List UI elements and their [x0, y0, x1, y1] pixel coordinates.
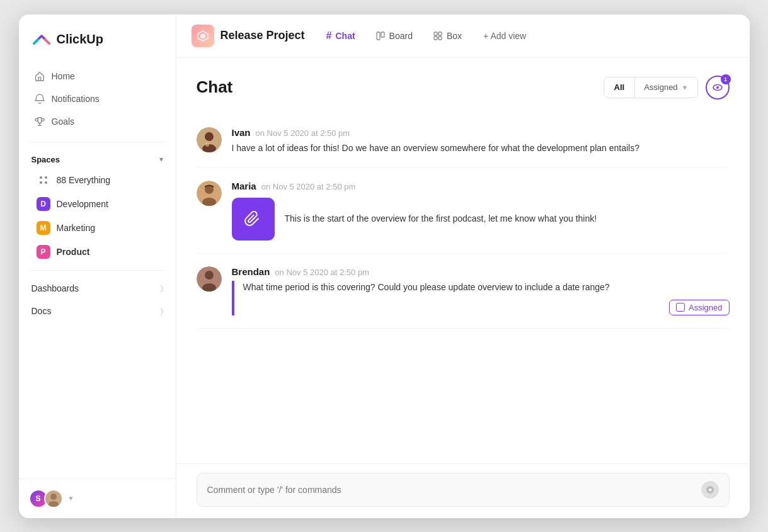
logo: ClickUp	[19, 14, 176, 62]
svg-rect-8	[377, 32, 380, 40]
avatar-brendan	[197, 266, 222, 291]
message-ivan-time: on Nov 5 2020 at 2:50 pm	[256, 128, 350, 138]
spaces-label: Spaces	[32, 155, 60, 164]
filter-assigned-label: Assigned	[644, 82, 677, 92]
dashboards-label: Dashboards	[32, 283, 79, 293]
svg-rect-9	[381, 32, 384, 37]
sidebar-item-everything[interactable]: 88 Everything	[24, 168, 171, 192]
everything-count: 88	[57, 175, 67, 185]
tab-chat[interactable]: # Chat	[318, 26, 364, 45]
comment-input[interactable]	[207, 485, 696, 495]
svg-point-15	[716, 86, 719, 89]
message-maria-body: Maria on Nov 5 2020 at 2:50 pm This is t…	[232, 181, 730, 241]
sidebar-item-dashboards[interactable]: Dashboards 〉	[19, 277, 176, 300]
message-brendan-text: What time period is this covering? Could…	[243, 281, 730, 295]
sidebar-item-development[interactable]: D Development	[24, 192, 171, 216]
chat-header: Chat All Assigned ▼	[197, 76, 730, 99]
topbar: Release Project # Chat Board	[176, 14, 750, 58]
app-name: ClickUp	[57, 32, 103, 47]
tab-board[interactable]: Board	[367, 27, 421, 45]
tab-board-label: Board	[389, 31, 413, 41]
filter-assigned-button[interactable]: Assigned ▼	[635, 78, 697, 96]
add-view-label: + Add view	[483, 31, 526, 41]
home-icon	[34, 71, 45, 82]
comment-input-wrap	[197, 473, 730, 507]
send-button[interactable]	[701, 481, 719, 499]
attachment-thumb[interactable]	[232, 198, 275, 241]
docs-chevron-icon: 〉	[161, 307, 163, 315]
message-ivan-text: I have a lot of ideas for this! Do we ha…	[232, 142, 730, 156]
spaces-chevron-icon: ▾	[159, 155, 163, 164]
filter-all-button[interactable]: All	[604, 78, 635, 96]
sidebar-item-marketing[interactable]: M Marketing	[24, 216, 171, 240]
bell-icon	[34, 93, 45, 105]
spaces-header[interactable]: Spaces ▾	[19, 149, 176, 168]
sidebar-item-product[interactable]: P Product	[24, 240, 171, 264]
everything-icon	[37, 173, 50, 187]
avatar-maria	[197, 181, 222, 206]
svg-point-19	[205, 143, 209, 147]
svg-marker-7	[200, 33, 205, 39]
message-ivan-meta: Ivan on Nov 5 2020 at 2:50 pm	[232, 127, 730, 138]
comment-bar	[176, 463, 750, 518]
sidebar-item-home[interactable]: Home	[26, 65, 168, 88]
development-badge: D	[37, 197, 50, 211]
message-brendan-body: Brendan on Nov 5 2020 at 2:50 pm What ti…	[232, 266, 730, 315]
sidebar-nav: Home Notifications Goals	[19, 62, 176, 135]
assigned-row: Assigned	[243, 300, 730, 315]
message-brendan-meta: Brendan on Nov 5 2020 at 2:50 pm	[232, 266, 730, 277]
svg-point-2	[40, 181, 42, 184]
assigned-button[interactable]: Assigned	[669, 300, 729, 315]
everything-label: 88 Everything	[57, 175, 111, 185]
message-ivan-author: Ivan	[232, 127, 251, 138]
filter-group: All Assigned ▼	[604, 77, 698, 98]
message-maria-meta: Maria on Nov 5 2020 at 2:50 pm	[232, 181, 730, 191]
attachment-label: This is the start of the overview for th…	[285, 212, 597, 226]
sidebar-item-docs[interactable]: Docs 〉	[19, 300, 176, 322]
board-icon	[375, 31, 386, 41]
message-maria-attachment: This is the start of the overview for th…	[232, 198, 730, 241]
svg-rect-12	[434, 37, 437, 40]
sidebar-item-notifications[interactable]: Notifications	[26, 88, 168, 110]
tab-chat-label: Chat	[335, 31, 355, 41]
message-maria-time: on Nov 5 2020 at 2:50 pm	[261, 182, 356, 191]
product-label: Product	[57, 247, 90, 257]
svg-point-3	[45, 181, 47, 184]
svg-point-0	[40, 176, 42, 179]
trophy-icon	[34, 116, 45, 127]
project-title: Release Project	[221, 29, 305, 42]
chat-title: Chat	[197, 77, 233, 97]
sidebar-item-notifications-label: Notifications	[52, 94, 100, 104]
message-maria: Maria on Nov 5 2020 at 2:50 pm This is t…	[197, 168, 730, 254]
project-icon	[192, 25, 214, 47]
docs-label: Docs	[32, 306, 52, 316]
tab-box[interactable]: Box	[424, 27, 471, 45]
svg-point-5	[49, 501, 59, 507]
sidebar-divider-2	[29, 270, 166, 271]
svg-rect-11	[438, 32, 442, 35]
watch-button[interactable]: 1	[706, 76, 730, 99]
user-caret-icon[interactable]: ▼	[68, 495, 74, 502]
sidebar-item-goals[interactable]: Goals	[26, 110, 168, 133]
svg-point-24	[205, 271, 214, 280]
sidebar-divider	[29, 142, 166, 142]
add-view-button[interactable]: + Add view	[476, 27, 534, 45]
sidebar-item-goals-label: Goals	[52, 116, 75, 127]
avatar-ivan	[197, 127, 222, 152]
development-label: Development	[57, 199, 109, 209]
watch-badge: 1	[721, 74, 731, 84]
sidebar: ClickUp Home Notifications	[19, 14, 176, 518]
eye-icon	[712, 82, 723, 93]
product-badge: P	[37, 245, 50, 259]
box-icon	[433, 31, 443, 41]
message-ivan-body: Ivan on Nov 5 2020 at 2:50 pm I have a l…	[232, 127, 730, 156]
marketing-label: Marketing	[57, 223, 95, 233]
svg-point-1	[45, 176, 47, 179]
paperclip-icon	[244, 210, 262, 228]
message-ivan: Ivan on Nov 5 2020 at 2:50 pm I have a l…	[197, 115, 730, 169]
avatar-stack: S	[29, 489, 63, 508]
main-content: Release Project # Chat Board	[176, 14, 750, 518]
messages-list: Ivan on Nov 5 2020 at 2:50 pm I have a l…	[197, 115, 730, 329]
sidebar-bottom: S ▼	[19, 478, 176, 518]
message-brendan: Brendan on Nov 5 2020 at 2:50 pm What ti…	[197, 254, 730, 329]
